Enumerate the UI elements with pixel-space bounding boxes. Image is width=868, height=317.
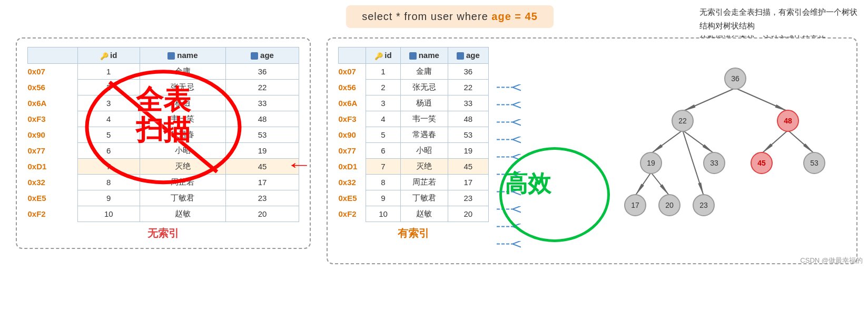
svg-marker-27 <box>660 184 669 196</box>
query-bar: select * from user where age = 45 <box>346 5 554 28</box>
query-highlight: age = 45 <box>491 11 538 22</box>
right-col-age-header: age <box>448 47 488 64</box>
svg-marker-29 <box>698 182 704 196</box>
svg-text:53: 53 <box>810 159 818 167</box>
svg-text:48: 48 <box>784 117 792 125</box>
svg-marker-23 <box>803 143 814 153</box>
watermark: CSDN @做最幸福的 <box>800 256 863 265</box>
svg-text:17: 17 <box>631 201 639 209</box>
label-with-index: 有索引 <box>338 226 489 241</box>
content-row: 🔑id name age 0x07 1 金庸 36 0x56 2 张无忌 22 … <box>11 37 857 264</box>
svg-text:20: 20 <box>665 201 674 209</box>
svg-text:22: 22 <box>678 117 687 125</box>
svg-marker-25 <box>635 184 644 196</box>
col-name-header: name <box>140 47 225 64</box>
left-table-wrapper: 🔑id name age 0x07 1 金庸 36 0x56 2 张无忌 22 … <box>27 47 299 222</box>
right-table-section: 🔑id name age 0x07 1 金庸 36 0x56 2 张无忌 22 … <box>338 47 489 258</box>
bst-tree: 36224819334553172023 <box>572 52 846 232</box>
right-col-name-header: name <box>400 47 448 64</box>
svg-text:36: 36 <box>731 74 739 83</box>
panel-with-index: 🔑id name age 0x07 1 金庸 36 0x56 2 张无忌 22 … <box>327 37 857 264</box>
left-table: 🔑id name age 0x07 1 金庸 36 0x56 2 张无忌 22 … <box>27 47 299 222</box>
svg-text:45: 45 <box>757 159 766 167</box>
svg-marker-21 <box>762 143 773 153</box>
col-id-header: 🔑id <box>77 47 140 64</box>
main-container: 无索引会走全表扫描，有索引会维护一个树状结构对树状结构的数据进行查找，这种方式比… <box>0 0 868 270</box>
right-col-id-header: 🔑id <box>366 47 400 64</box>
label-no-index: 无索引 <box>27 226 299 243</box>
right-table: 🔑id name age 0x07 1 金庸 36 0x56 2 张无忌 22 … <box>338 47 489 222</box>
tree-section: 36224819334553172023 高效 <box>494 47 846 258</box>
svg-text:19: 19 <box>647 159 655 167</box>
panel-no-index: 🔑id name age 0x07 1 金庸 36 0x56 2 张无忌 22 … <box>16 37 311 249</box>
svg-text:33: 33 <box>710 159 718 167</box>
arrow-last-row: ← <box>286 153 312 176</box>
svg-text:23: 23 <box>699 201 708 209</box>
efficient-text: 高效 <box>505 168 551 199</box>
col-age-header: age <box>225 47 299 64</box>
